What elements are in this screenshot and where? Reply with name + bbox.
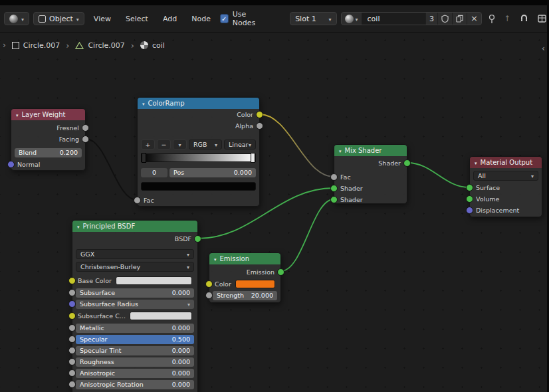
subsurface-method-row: Christensen-Burley xyxy=(72,262,197,272)
socket-color-output[interactable] xyxy=(256,111,263,118)
shader-mode-select[interactable]: Object xyxy=(33,12,84,25)
output-row-alpha: Alpha xyxy=(138,120,259,132)
socket-shader-output[interactable] xyxy=(403,159,411,167)
socket-metallic-input[interactable] xyxy=(68,324,76,332)
remove-stop-button[interactable]: − xyxy=(157,140,171,149)
subsurface-method-select[interactable]: Christensen-Burley xyxy=(76,262,194,272)
socket-facing-output[interactable] xyxy=(82,136,89,143)
anisotropic-slider[interactable]: Anisotropic 0.000 xyxy=(76,369,194,378)
stop-index-field[interactable]: 0 xyxy=(141,168,167,177)
node-header-principled[interactable]: Principled BSDF xyxy=(72,221,197,232)
interpolation-select[interactable]: Linear xyxy=(224,140,256,149)
node-header-layer-weight[interactable]: Layer Weight xyxy=(11,109,85,120)
output-target-select[interactable]: All xyxy=(473,171,538,181)
ramp-options-button[interactable] xyxy=(173,140,187,149)
browse-material-button[interactable] xyxy=(342,13,362,25)
collapse-icon[interactable] xyxy=(16,111,19,118)
add-stop-button[interactable]: + xyxy=(141,140,155,149)
socket-surface-input[interactable] xyxy=(466,184,473,191)
shader-editor-header: Object View Select Add Node Use Nodes Sl… xyxy=(0,5,549,33)
collapse-icon[interactable] xyxy=(214,255,217,262)
unlink-material-button[interactable] xyxy=(467,13,481,25)
color-mode-select[interactable]: RGB xyxy=(189,140,222,149)
material-icon xyxy=(140,41,148,49)
socket-strength-input[interactable] xyxy=(205,292,213,299)
menu-node[interactable]: Node xyxy=(186,15,216,23)
material-slot-select[interactable]: Slot 1 xyxy=(290,12,336,25)
pin-button[interactable] xyxy=(486,12,498,25)
socket-subsurface-color-input[interactable] xyxy=(68,312,76,320)
socket-shader2-input[interactable] xyxy=(330,196,338,203)
editor-type-button[interactable] xyxy=(4,12,29,25)
node-mix-shader[interactable]: Mix Shader Shader Fac Shader Shader xyxy=(334,144,407,204)
panel-expand-icon[interactable] xyxy=(3,41,6,50)
node-header-emission[interactable]: Emission xyxy=(209,253,280,264)
metallic-slider[interactable]: Metallic 0.000 xyxy=(76,324,194,333)
socket-shader1-input[interactable] xyxy=(330,185,338,192)
blend-slider[interactable]: Blend 0.200 xyxy=(15,148,82,157)
socket-roughness-input[interactable] xyxy=(68,358,76,365)
collapse-icon[interactable] xyxy=(339,147,342,154)
socket-subsurface-input[interactable] xyxy=(68,289,76,296)
anisotropic-rotation-slider[interactable]: Anisotropic Rotation 0.000 xyxy=(76,380,194,389)
socket-specular-input[interactable] xyxy=(68,336,76,343)
menu-view[interactable]: View xyxy=(88,15,116,23)
socket-bsdf-output[interactable] xyxy=(194,235,201,243)
node-header-material-output[interactable]: Material Output xyxy=(470,157,542,168)
specular-tint-slider[interactable]: Specular Tint 0.000 xyxy=(76,346,194,355)
menu-select[interactable]: Select xyxy=(120,15,154,23)
node-principled-bsdf[interactable]: Principled BSDF BSDF GGX Christensen-Bur… xyxy=(72,220,198,392)
distribution-select[interactable]: GGX xyxy=(76,249,194,259)
slider-value: 0.500 xyxy=(172,336,190,343)
node-emission[interactable]: Emission Emission Color Strength 20.000 xyxy=(209,252,281,303)
stop-color-swatch[interactable] xyxy=(141,182,256,191)
chevron-down-icon xyxy=(187,263,189,270)
node-header-mix-shader[interactable]: Mix Shader xyxy=(334,145,407,156)
strength-slider[interactable]: Strength 20.000 xyxy=(213,291,277,300)
panel-collapse-icon[interactable] xyxy=(542,41,545,54)
socket-subsurface-radius-input[interactable] xyxy=(68,300,76,308)
socket-fresnel-output[interactable] xyxy=(82,124,89,132)
node-header-colorramp[interactable]: ColorRamp xyxy=(138,98,259,109)
roughness-slider[interactable]: Roughness 0.000 xyxy=(76,357,194,367)
slider-value: 0.000 xyxy=(172,324,190,332)
subsurface-slider[interactable]: Subsurface 0.000 xyxy=(76,288,194,298)
socket-fac-input[interactable] xyxy=(134,197,141,204)
socket-anisotropic-input[interactable] xyxy=(68,369,76,377)
collapse-icon[interactable] xyxy=(475,159,477,166)
socket-color-input[interactable] xyxy=(205,280,213,288)
socket-fac-input[interactable] xyxy=(330,173,338,181)
subsurface-radius-field[interactable]: Subsurface Radius xyxy=(76,300,194,309)
socket-base-color-input[interactable] xyxy=(68,277,76,284)
socket-displacement-input[interactable] xyxy=(466,207,473,214)
checkbox-checked-icon[interactable] xyxy=(220,14,229,23)
parent-node-tree-icon[interactable] xyxy=(502,12,512,25)
socket-volume-input[interactable] xyxy=(466,195,473,203)
emission-color-swatch[interactable] xyxy=(235,280,275,288)
socket-specular-tint-input[interactable] xyxy=(68,347,76,354)
stop-position-slider[interactable]: Pos 0.000 xyxy=(169,168,256,177)
collapse-icon[interactable] xyxy=(77,223,80,230)
socket-anisotropic-rotation-input[interactable] xyxy=(68,381,76,388)
base-color-swatch[interactable] xyxy=(116,276,192,285)
specular-slider[interactable]: Specular 0.500 xyxy=(76,335,194,344)
material-name-field[interactable]: coil xyxy=(362,13,426,25)
collapse-icon[interactable] xyxy=(142,100,145,107)
socket-alpha-output[interactable] xyxy=(256,122,263,130)
ramp-stop-white[interactable] xyxy=(251,153,255,163)
node-colorramp[interactable]: ColorRamp Color Alpha + − RGB Linear 0 P… xyxy=(137,97,260,207)
material-users-button[interactable]: 3 xyxy=(426,13,438,25)
distribution-label: GGX xyxy=(80,250,94,258)
node-layer-weight[interactable]: Layer Weight Fresnel Facing Blend 0.200 … xyxy=(11,108,86,171)
snapping-button[interactable] xyxy=(518,12,530,25)
node-material-output[interactable]: Material Output All Surface Volume Displ… xyxy=(469,156,542,217)
menu-add[interactable]: Add xyxy=(158,15,182,23)
use-nodes-toggle[interactable]: Use Nodes xyxy=(220,10,267,27)
color-ramp-gradient[interactable] xyxy=(141,153,256,162)
new-material-button[interactable] xyxy=(453,13,467,25)
socket-emission-output[interactable] xyxy=(277,268,284,276)
fake-user-button[interactable] xyxy=(438,13,453,25)
subsurface-color-swatch[interactable] xyxy=(130,312,192,320)
ramp-stop-black[interactable] xyxy=(142,153,146,163)
socket-normal-input[interactable] xyxy=(7,161,15,168)
